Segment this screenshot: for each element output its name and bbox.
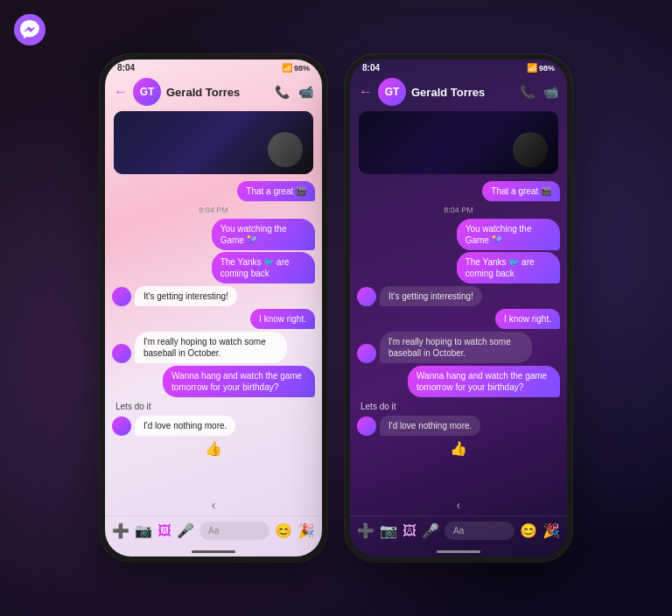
status-bar-light: 8:04 📶 98% (105, 60, 322, 74)
messenger-logo (14, 14, 46, 46)
status-icons-light: 📶 98% (282, 63, 310, 73)
msg-sent-4: Wanna hang and watch the game tomorrow f… (112, 366, 315, 397)
chat-header-dark: ← GT Gerald Torres 📞 📹 (350, 74, 567, 111)
camera-icon-dark[interactable]: 📷 (380, 522, 397, 539)
phone-icon-light[interactable]: 📞 (275, 85, 290, 99)
status-bar-dark: 8:04 📶 98% (350, 60, 567, 74)
input-area-light: ➕ 📷 🖼 🎤 Aa 😊 🎉 (105, 515, 322, 545)
timestamp-light: 8:04 PM (112, 206, 315, 214)
home-bar-dark (350, 545, 567, 556)
nav-chevron-dark: ‹ (457, 498, 461, 512)
msg-sent-d3: I know right. (357, 309, 560, 329)
small-avatar-light-2 (112, 344, 131, 363)
chat-header-light: ← GT Gerald Torres 📞 📹 (105, 74, 322, 111)
status-icons-dark: 📶 98% (527, 63, 555, 73)
msg-received-d2: I'm really hoping to watch some baseball… (357, 332, 560, 363)
msg-received-1: It's getting interesting! (112, 286, 315, 306)
input-area-dark: ➕ 📷 🖼 🎤 Aa 😊 🎉 (350, 515, 567, 545)
party-icon-dark[interactable]: 🎉 (542, 522, 560, 539)
small-avatar-dark-2 (357, 344, 376, 363)
messages-area-dark: That a great 🎬 8:04 PM You watching the … (350, 178, 567, 494)
contact-name-light: Gerald Torres (166, 86, 270, 99)
emoji-icon-light[interactable]: 😊 (275, 522, 292, 539)
back-button-light[interactable]: ← (114, 84, 128, 100)
party-icon-light[interactable]: 🎉 (298, 522, 315, 539)
video-icon-light[interactable]: 📹 (298, 85, 313, 99)
gallery-icon-light[interactable]: 🖼 (158, 523, 172, 539)
phone-icon-dark[interactable]: 📞 (520, 85, 535, 99)
header-icons-dark: 📞 📹 (520, 85, 558, 99)
header-icons-light: 📞 📹 (275, 85, 313, 99)
video-thumb-dark (359, 111, 558, 174)
mic-icon-light[interactable]: 🎤 (177, 522, 194, 539)
phone-dark: 8:04 📶 98% ← GT Gerald Torres 📞 📹 (345, 54, 572, 562)
msg-sent-1: That a great 🎬 (112, 181, 315, 201)
message-input-light[interactable]: Aa (200, 522, 270, 540)
avatar-dark: GT (378, 78, 406, 106)
emoji-light: 👍 (112, 440, 315, 457)
svg-point-0 (14, 14, 46, 46)
avatar-light: GT (133, 78, 161, 106)
time-dark: 8:04 (362, 63, 380, 73)
msg-sent-2: You watching the Game 🎾 The Yanks 🐦 are … (112, 219, 315, 284)
camera-icon-light[interactable]: 📷 (135, 522, 152, 539)
phone-light: 8:04 📶 98% ← GT Gerald Torres 📞 📹 (100, 54, 327, 562)
gallery-icon-dark[interactable]: 🖼 (402, 523, 416, 539)
back-button-dark[interactable]: ← (359, 84, 373, 100)
small-avatar-light-3 (112, 416, 131, 436)
messages-area-light: That a great 🎬 8:04 PM You watching the … (105, 178, 322, 494)
timestamp-dark: 8:04 PM (357, 206, 560, 214)
emoji-icon-dark[interactable]: 😊 (520, 522, 537, 539)
msg-received-d1: It's getting interesting! (357, 286, 560, 306)
msg-received-d3: I'd love nothing more. (357, 416, 560, 436)
msg-sent-d2: You watching the Game 🎾 The Yanks 🐦 are … (357, 219, 560, 284)
msg-sent-3: I know right. (112, 309, 315, 329)
add-icon-light[interactable]: ➕ (112, 522, 130, 539)
msg-sent-d4: Wanna hang and watch the game tomorrow f… (357, 366, 560, 397)
add-icon-dark[interactable]: ➕ (357, 522, 374, 539)
small-avatar-dark-1 (357, 287, 376, 306)
message-input-dark[interactable]: Aa (444, 522, 514, 540)
msg-sent-d1: That a great 🎬 (357, 181, 560, 201)
msg-received-2: I'm really hoping to watch some baseball… (112, 332, 315, 363)
msg-received-3: I'd love nothing more. (112, 416, 315, 436)
mic-icon-dark[interactable]: 🎤 (422, 522, 439, 539)
video-thumb-light (114, 111, 313, 174)
video-icon-dark[interactable]: 📹 (543, 85, 558, 99)
nav-chevron-light: ‹ (212, 498, 216, 512)
small-avatar-light-1 (112, 287, 131, 306)
nav-bar-dark: ‹ (350, 494, 567, 515)
home-bar-light (105, 545, 322, 556)
msg-plain-1: Lets do it (112, 400, 315, 413)
msg-plain-d1: Lets do it (357, 400, 560, 413)
nav-bar-light: ‹ (105, 494, 322, 515)
time-light: 8:04 (117, 63, 135, 73)
contact-name-dark: Gerald Torres (411, 86, 514, 99)
small-avatar-dark-3 (357, 416, 376, 436)
phones-container: 8:04 📶 98% ← GT Gerald Torres 📞 📹 (100, 54, 572, 562)
emoji-dark: 👍 (357, 440, 560, 457)
